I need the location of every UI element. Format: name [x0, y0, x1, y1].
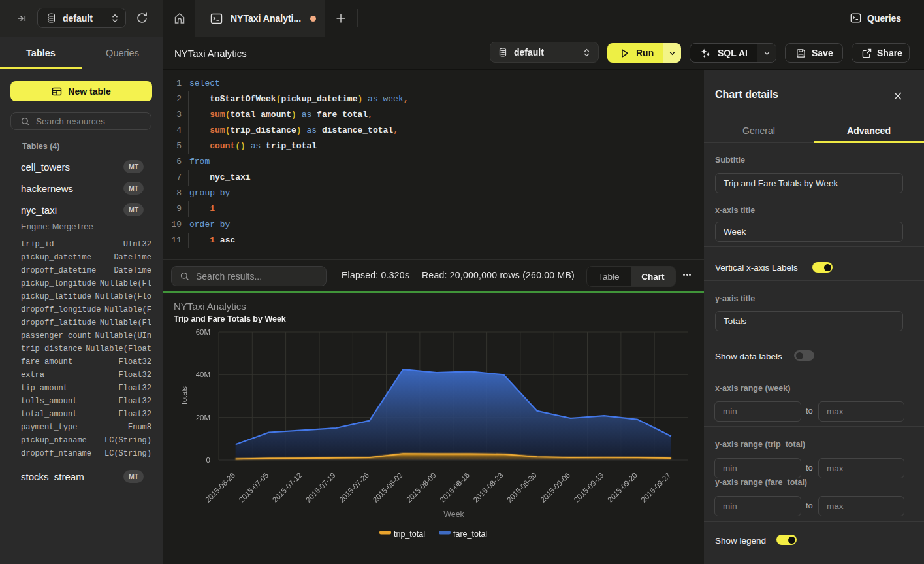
svg-text:Totals: Totals: [180, 386, 188, 406]
svg-text:Trip and Fare Totals by Week: Trip and Fare Totals by Week: [174, 314, 286, 323]
svg-text:Week: Week: [443, 510, 464, 519]
svg-text:2015-09-13: 2015-09-13: [573, 471, 605, 504]
svg-text:2015-08-16: 2015-08-16: [438, 471, 471, 504]
svg-text:2015-07-05: 2015-07-05: [237, 471, 270, 504]
svg-text:2015-09-06: 2015-09-06: [539, 471, 571, 504]
svg-text:2015-09-27: 2015-09-27: [639, 471, 672, 504]
svg-text:2015-08-09: 2015-08-09: [405, 471, 438, 504]
svg-text:0: 0: [206, 456, 210, 464]
svg-text:fare_total: fare_total: [453, 529, 487, 539]
svg-text:2015-06-28: 2015-06-28: [204, 471, 236, 504]
svg-text:2015-09-20: 2015-09-20: [606, 471, 639, 504]
svg-text:60M: 60M: [196, 328, 210, 336]
svg-text:2015-08-02: 2015-08-02: [372, 471, 404, 504]
svg-text:2015-07-26: 2015-07-26: [338, 471, 370, 504]
svg-text:20M: 20M: [196, 414, 210, 422]
svg-text:40M: 40M: [196, 371, 210, 378]
svg-text:2015-08-23: 2015-08-23: [472, 471, 505, 504]
svg-text:2015-07-19: 2015-07-19: [304, 471, 337, 504]
svg-text:2015-08-30: 2015-08-30: [505, 471, 538, 504]
svg-text:2015-07-12: 2015-07-12: [271, 471, 304, 504]
svg-text:trip_total: trip_total: [394, 529, 425, 539]
svg-text:NYTaxi Analytics: NYTaxi Analytics: [174, 301, 246, 312]
